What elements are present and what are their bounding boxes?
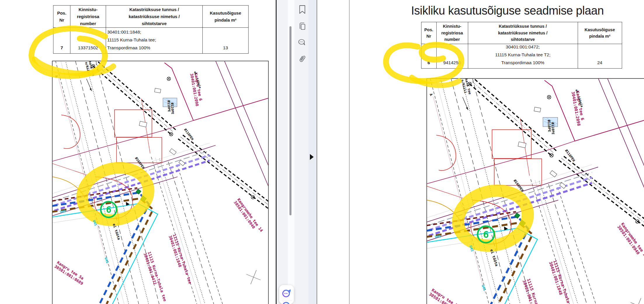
row-kat: 30401:001:1848; 11115 Kurna-Tuhala tee; … [106, 28, 203, 53]
comment-button[interactable] [297, 38, 307, 48]
row-kat: 30401:001:0472; 11115 Kurna-Tuhala tee T… [468, 44, 578, 68]
page-title: Isikliku kasutusõiguse seadmise plaan [411, 4, 604, 17]
comment-icon [298, 38, 306, 48]
left-pdf-page: Pos. Nr Kinnistu- registriosa number Kat… [0, 0, 276, 304]
assistant-card-divider [281, 300, 292, 301]
attachment-button[interactable] [297, 54, 307, 64]
bookmark-button[interactable] [297, 5, 307, 15]
copy-pages-button[interactable] [297, 22, 307, 32]
bookmark-icon [298, 5, 306, 14]
col-header-area: Kasutusõiguse pindala m² [203, 6, 248, 28]
copy-pages-icon [298, 22, 306, 31]
paperclip-icon [298, 55, 306, 64]
row-area: 13 [203, 28, 248, 53]
map-frame [427, 78, 644, 304]
chat-bubble-gradient-icon[interactable] [282, 289, 291, 298]
right-window-border [349, 0, 350, 304]
left-table-highlight [18, 16, 118, 85]
row-area: 24 [578, 44, 622, 68]
right-table-highlight [380, 31, 478, 93]
left-site-plan-map: 6 Kangru tee 630401:001:2098 Kangrumehe … [52, 61, 269, 304]
right-pdf-page: Isikliku kasutusõiguse seadmise plaan Po… [350, 0, 644, 304]
scrollbar-thumb[interactable] [289, 26, 291, 215]
col-header-kat: Katastriüksuse tunnus / katastriüksuse n… [106, 6, 203, 28]
assistant-secondary-icon[interactable] [282, 302, 291, 304]
left-window-border [276, 0, 277, 304]
col-header-kat: Katastriüksuse tunnus / katastriüksuse n… [468, 22, 578, 44]
assistant-floating-card[interactable] [279, 285, 294, 304]
window-gap [317, 0, 349, 304]
sidebar-inner-band [308, 0, 316, 304]
expand-arrow-icon[interactable] [310, 154, 314, 160]
right-site-plan-map [426, 78, 644, 304]
col-header-area: Kasutusõiguse pindala m² [578, 22, 622, 44]
sidebar-divider [317, 0, 317, 304]
